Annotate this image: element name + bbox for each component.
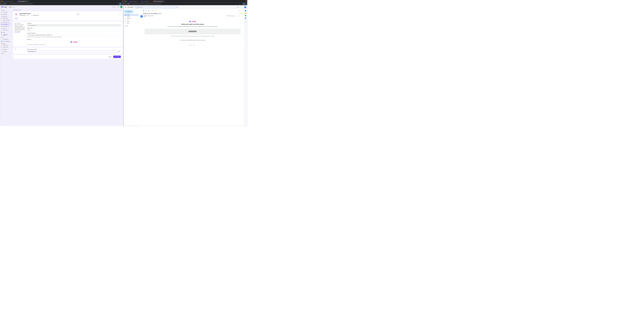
tab-settings[interactable]: Settings (14, 17, 18, 19)
sidebar-item-mfa[interactable]: 🔒Multi-factor auth (0, 21, 11, 23)
maximize-window-icon[interactable] (3, 1, 4, 2)
close-tab-icon[interactable]: × (28, 1, 28, 2)
tab-overflow-icon[interactable]: ⌄ (245, 1, 247, 2)
sidebar-item-get-started[interactable]: ⚑Get started (0, 11, 11, 13)
search-options-icon[interactable]: ⚙ (177, 7, 178, 8)
browser-tab-active[interactable]: Verify your Acme testing - lo × (153, 1, 164, 3)
prev-icon[interactable]: ‹ (241, 10, 242, 11)
settings-gear-icon[interactable]: ⚙ (238, 7, 238, 8)
nav-inbox[interactable]: 🖂Inbox (124, 14, 139, 16)
more-icon[interactable]: ⋮ (158, 10, 159, 11)
inbox-label-chip[interactable]: Inbox× (158, 13, 162, 14)
emoji-react-icon[interactable]: ☺ (237, 15, 238, 17)
bookmark-star-icon[interactable]: ☆ (117, 3, 118, 5)
sidebar-item-roles[interactable]: 👤Roles (0, 31, 11, 33)
info-icon[interactable]: ⓘ (80, 14, 81, 15)
sidebar-item-webhooks[interactable]: ⚓Webhooks (0, 48, 11, 50)
test-email-input[interactable] (27, 50, 116, 53)
sender-name-input[interactable] (27, 29, 121, 32)
next-icon[interactable]: › (242, 10, 243, 11)
connector-id[interactable]: kzapxemkzdyw⧉ (32, 15, 39, 16)
browser-tab[interactable]: Connector details - Logto Cl × (140, 1, 152, 3)
sidebar-item-api[interactable]: ☁API resources (0, 29, 11, 31)
close-tab-icon[interactable]: × (151, 1, 152, 2)
browser-tab[interactable]: Logto: The better identity inf × (128, 1, 140, 3)
reload-icon[interactable]: ⟳ (5, 3, 6, 5)
move-to-icon[interactable]: 📁 (155, 10, 156, 11)
sidebar-item-audit-logs[interactable]: 📋Audit logs (0, 50, 11, 53)
user-avatar[interactable]: L (120, 6, 122, 8)
profile-avatar[interactable]: E (120, 3, 121, 5)
search-input[interactable]: 🔍 ⚙ (134, 6, 178, 9)
forward-icon[interactable]: → (3, 3, 4, 5)
sidebar-item-applications[interactable]: ▦Applications (0, 17, 11, 19)
sidebar-item-signing-keys[interactable]: 🔑Signing keys (0, 44, 11, 46)
site-settings-icon[interactable]: ⚙ (7, 3, 8, 4)
sidebar-item-connectors[interactable]: 🧩Connectors (0, 23, 11, 25)
to-row[interactable]: to me ▾ (144, 16, 154, 17)
close-window-icon[interactable] (124, 1, 125, 2)
tenant-switcher[interactable]: Acme Prod ⌄ (9, 7, 16, 8)
reload-icon[interactable]: ⟳ (128, 3, 129, 5)
nav-starred[interactable]: ☆Starred (124, 16, 139, 18)
app-logo-dropzone[interactable]: ACME (27, 40, 121, 44)
install-app-icon[interactable]: ⊕ (239, 3, 240, 4)
archive-icon[interactable]: 🗄 (143, 10, 144, 11)
account-avatar[interactable]: E (244, 6, 246, 8)
calendar-icon[interactable] (245, 10, 246, 12)
collapse-panel-icon[interactable]: › (245, 124, 246, 125)
minimize-window-icon[interactable] (2, 1, 2, 2)
browser-tab-active[interactable]: Connector details - Logto Cl × (17, 1, 29, 3)
company-info-input[interactable] (27, 34, 121, 36)
close-tab-icon[interactable]: × (163, 1, 164, 2)
back-icon[interactable]: ← (124, 3, 126, 5)
contacts-icon[interactable] (245, 18, 246, 19)
minimize-window-icon[interactable] (125, 1, 126, 2)
close-tab-icon[interactable]: × (15, 1, 16, 2)
more-icon[interactable]: ⋮ (241, 15, 242, 17)
star-icon[interactable]: ☆ (236, 15, 236, 17)
nav-more[interactable]: ⌄More (124, 23, 139, 25)
close-tab-icon[interactable]: × (139, 1, 139, 2)
sidebar-item-dashboard[interactable]: ▣Dashboard (0, 13, 11, 15)
browser-menu-icon[interactable]: ⋮ (246, 3, 246, 5)
sender-avatar[interactable] (140, 15, 143, 18)
tab-overflow-icon[interactable]: ⌄ (122, 1, 123, 2)
print-icon[interactable]: 🖨 (240, 13, 240, 14)
save-changes-button[interactable]: Save changes (113, 56, 121, 58)
reply-icon[interactable]: ↩ (239, 15, 240, 17)
browser-tab[interactable]: Logto: The better identity inf × (5, 1, 16, 3)
url-input[interactable]: ⚙ mail.google.com/mail/u/0/#inbox/FMfcgz… (130, 3, 242, 5)
sidebar-item-user-management[interactable]: 👥User management (0, 40, 11, 42)
remove-chip-icon[interactable]: × (160, 13, 161, 14)
new-tab-button[interactable]: + (29, 1, 31, 2)
add-panel-icon[interactable]: + (245, 21, 246, 23)
sidebar-item-sign-in[interactable]: ▢Sign-in experience (0, 19, 11, 21)
url-input[interactable]: ⚙ cloud.logto.io/08fx8w/connectors/passw… (6, 3, 119, 5)
compose-button[interactable]: ✎ Compose (124, 10, 133, 14)
sidebar-item-custom-jwt[interactable]: { }Custom JWT (0, 46, 11, 48)
info-icon[interactable]: ⓘ (31, 39, 32, 40)
bookmark-star-icon[interactable]: ☆ (241, 3, 242, 5)
nav-snoozed[interactable]: 🕑Snoozed (124, 18, 139, 19)
info-icon[interactable]: ⓘ (32, 28, 33, 29)
discard-button[interactable]: Discard (108, 56, 112, 58)
docs-link[interactable]: 🗎 Docs (112, 7, 116, 8)
new-window-icon[interactable]: ⧉ (242, 13, 242, 14)
nav-drafts[interactable]: 🗎Drafts (124, 21, 139, 23)
search-field[interactable] (138, 7, 176, 8)
spam-icon[interactable]: ⊘ (146, 10, 147, 11)
back-to-connectors-link[interactable]: ‹ Back to connectors (13, 10, 122, 11)
view-templates-link[interactable]: View templates (14, 32, 20, 33)
menu-icon[interactable]: ☰ (125, 6, 126, 9)
delete-icon[interactable]: 🗑 (148, 10, 149, 11)
apps-grid-icon[interactable]: ⋮⋮⋮ (240, 7, 243, 8)
close-window-icon[interactable] (0, 1, 1, 2)
keep-icon[interactable] (245, 13, 246, 14)
maximize-window-icon[interactable] (126, 1, 128, 2)
mark-unread-icon[interactable]: ✉ (152, 10, 154, 11)
help-link[interactable]: ⓘ Help (116, 7, 119, 8)
send-test-button[interactable]: Send (117, 50, 121, 53)
new-tab-button[interactable]: + (165, 1, 166, 2)
profile-avatar[interactable]: E (243, 3, 245, 5)
